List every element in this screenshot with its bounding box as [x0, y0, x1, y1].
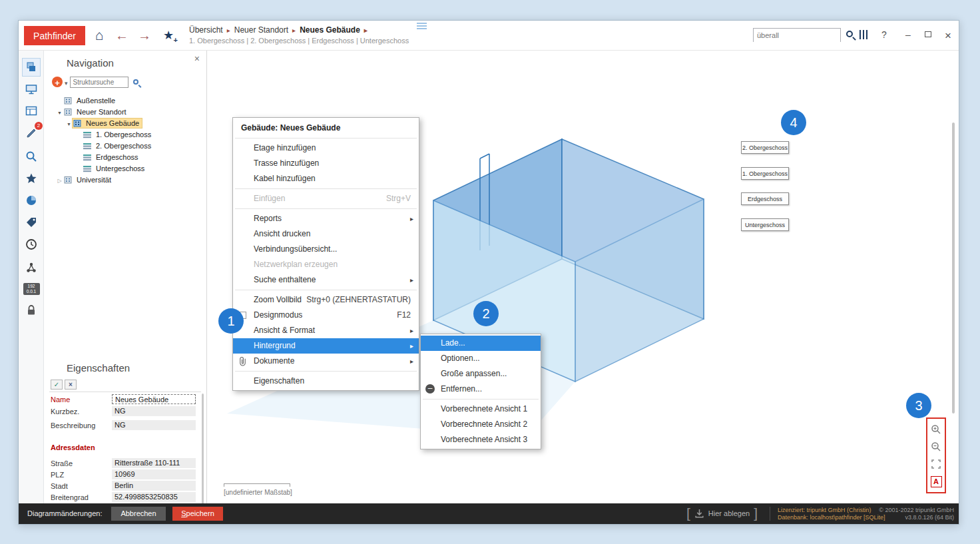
search-options-icon[interactable]: [859, 30, 868, 39]
structure-tree: Außenstelle Neuer Standort Neues Gebäude: [44, 95, 206, 185]
property-row-plz: PLZ 10969: [51, 469, 196, 480]
floor-button-erdgeschoss[interactable]: Erdgeschoss: [741, 192, 789, 205]
submenu-item-lade[interactable]: Lade...: [421, 336, 541, 351]
property-value-beschreibung[interactable]: NG: [112, 420, 196, 430]
save-button[interactable]: Speichern: [172, 507, 223, 521]
submenu-item-groesse-anpassen[interactable]: Große anpassen...: [421, 366, 541, 382]
expander-open-icon[interactable]: [65, 119, 73, 127]
zoom-out-icon[interactable]: [929, 439, 943, 454]
history-icon[interactable]: [23, 236, 40, 253]
floor-button-untergeschoss[interactable]: Untergeschoss: [741, 218, 789, 231]
docked-toolbar-icon[interactable]: [417, 23, 427, 30]
close-button[interactable]: ×: [941, 29, 955, 43]
lock-icon[interactable]: [23, 302, 40, 319]
tree-item-neues-gebaeude[interactable]: Neues Gebäude: [44, 117, 206, 129]
plan-view-icon[interactable]: [23, 103, 40, 120]
menu-item-dokumente[interactable]: Dokumente: [233, 354, 419, 369]
property-value-strasse[interactable]: Ritterstraße 110-111: [112, 458, 196, 468]
floor-button-2-obergeschoss[interactable]: 2. Obergeschoss: [741, 141, 789, 154]
property-row-beschreibung: Beschreibung NG: [51, 419, 196, 431]
help-button[interactable]: ?: [877, 29, 891, 40]
tree-item-erdgeschoss[interactable]: Erdgeschoss: [44, 151, 206, 162]
global-search: [753, 28, 841, 42]
property-value-name[interactable]: Neues Gebäude: [112, 394, 196, 404]
canvas-scrollbar[interactable]: [952, 123, 955, 413]
menu-item-etage-hinzufuegen[interactable]: Etage hinzufügen: [233, 140, 419, 156]
tree-item-label: 1. Obergeschoss: [93, 130, 154, 139]
menu-item-verbindungsuebersicht[interactable]: Verbindungsübersicht...: [233, 242, 419, 257]
text-tool-icon[interactable]: A: [929, 474, 943, 489]
properties-scrollbar[interactable]: [202, 394, 204, 503]
title-bar: Pathfinder ÜbersichtNeuer StandortNeues …: [19, 21, 959, 51]
submenu-item-vorberechnete-ansicht-1[interactable]: Vorberechnete Ansicht 1: [421, 402, 541, 417]
annotation-circle-2: 2: [473, 301, 499, 326]
add-favorite-icon[interactable]: [160, 27, 176, 43]
maximize-button[interactable]: [921, 31, 935, 37]
tree-item-2-obergeschoss[interactable]: 2. Obergeschoss: [44, 140, 206, 151]
tag-icon[interactable]: [23, 214, 40, 231]
breadcrumb-floors[interactable]: 1. Obergeschoss | 2. Obergeschoss | Erdg…: [189, 37, 409, 45]
global-search-input[interactable]: [754, 29, 840, 42]
chart-icon[interactable]: [23, 192, 40, 209]
search-icon[interactable]: [846, 31, 853, 37]
minimize-button[interactable]: –: [901, 29, 915, 40]
home-icon[interactable]: [91, 27, 107, 43]
forward-arrow-icon[interactable]: [136, 27, 152, 43]
property-value-plz[interactable]: 10969: [112, 469, 196, 479]
menu-item-zoom-vollbild[interactable]: Zoom VollbildStrg+0 (ZEHNERTASTATUR): [233, 292, 419, 308]
breadcrumb-item-uebersicht[interactable]: Übersicht: [189, 25, 234, 35]
breadcrumb-item-neuer-standort[interactable]: Neuer Standort: [234, 25, 300, 35]
ip-address-icon[interactable]: 1920.0.1: [23, 280, 40, 298]
menu-item-eigenschaften[interactable]: Eigenschaften: [233, 374, 419, 389]
tree-item-neuer-standort[interactable]: Neuer Standort: [44, 106, 206, 117]
floor-button-1-obergeschoss[interactable]: 1. Obergeschoss: [741, 167, 789, 180]
property-value-stadt[interactable]: Berlin: [112, 481, 196, 491]
submenu-item-optionen[interactable]: Optionen...: [421, 351, 541, 366]
property-value-kurzbez[interactable]: NG: [112, 406, 196, 416]
structure-search-icon[interactable]: [133, 79, 138, 85]
pathfinder-menu-button[interactable]: Pathfinder: [24, 26, 85, 45]
property-value-breitengrad[interactable]: 52.4998853250835: [112, 492, 196, 502]
structure-icon[interactable]: [23, 59, 40, 76]
back-arrow-icon[interactable]: [114, 27, 130, 43]
submenu-item-entfernen[interactable]: Entfernen...: [421, 382, 541, 397]
expander-closed-icon[interactable]: [56, 176, 63, 184]
menu-item-kabel-hinzufuegen[interactable]: Kabel hinzufügen: [233, 171, 419, 186]
edit-icon[interactable]: 2: [23, 125, 40, 142]
search-module-icon[interactable]: [23, 148, 40, 165]
tree-item-1-obergeschoss[interactable]: 1. Obergeschoss: [44, 129, 206, 140]
add-node-button[interactable]: [52, 77, 63, 87]
topology-icon[interactable]: [23, 259, 40, 276]
menu-shortcut: F12: [397, 308, 411, 323]
cancel-button[interactable]: Abbrechen: [111, 507, 166, 521]
zoom-in-icon[interactable]: [929, 422, 943, 437]
submenu-item-vorberechnete-ansicht-3[interactable]: Vorberechnete Ansicht 3: [421, 432, 541, 447]
diagram-canvas[interactable]: 2. Obergeschoss 1. Obergeschoss Erdgesch…: [207, 51, 959, 503]
breadcrumb-item-neues-gebaeude[interactable]: Neues Gebäude: [300, 25, 371, 35]
fit-view-icon[interactable]: [929, 457, 943, 471]
devices-icon[interactable]: [23, 81, 40, 98]
expander-open-icon[interactable]: [56, 108, 63, 116]
structure-search-input[interactable]: [70, 77, 128, 88]
discard-button[interactable]: [65, 380, 77, 390]
menu-item-hintergrund[interactable]: Hintergrund: [233, 338, 419, 354]
tree-item-label: 2. Obergeschoss: [93, 141, 154, 150]
menu-item-ansicht-format[interactable]: Ansicht & Format: [233, 323, 419, 338]
menu-item-trasse-hinzufuegen[interactable]: Trasse hinzufügen: [233, 156, 419, 171]
menu-item-reports[interactable]: Reports: [233, 211, 419, 226]
panel-close-icon[interactable]: ×: [194, 53, 200, 64]
menu-item-suche-enthaltene[interactable]: Suche enthaltene: [233, 272, 419, 288]
tree-item-universitaet[interactable]: Universität: [44, 174, 206, 185]
menu-item-designmodus[interactable]: DesignmodusF12: [233, 308, 419, 323]
drop-target[interactable]: Hier ablegen: [686, 506, 758, 521]
menu-item-ansicht-drucken[interactable]: Ansicht drucken: [233, 226, 419, 242]
tree-item-untergeschoss[interactable]: Untergeschoss: [44, 162, 206, 174]
properties-section-adressdaten: Adressdaten: [51, 443, 95, 451]
submenu-item-vorberechnete-ansicht-2[interactable]: Vorberechnete Ansicht 2: [421, 417, 541, 432]
favorites-icon[interactable]: [23, 170, 40, 187]
drop-label: Hier ablegen: [708, 509, 750, 517]
add-node-dropdown-icon[interactable]: [65, 76, 68, 88]
apply-button[interactable]: [51, 380, 63, 390]
scale-label: [undefinierter Maßstab]: [224, 489, 292, 496]
tree-item-aussenstelle[interactable]: Außenstelle: [44, 95, 206, 106]
